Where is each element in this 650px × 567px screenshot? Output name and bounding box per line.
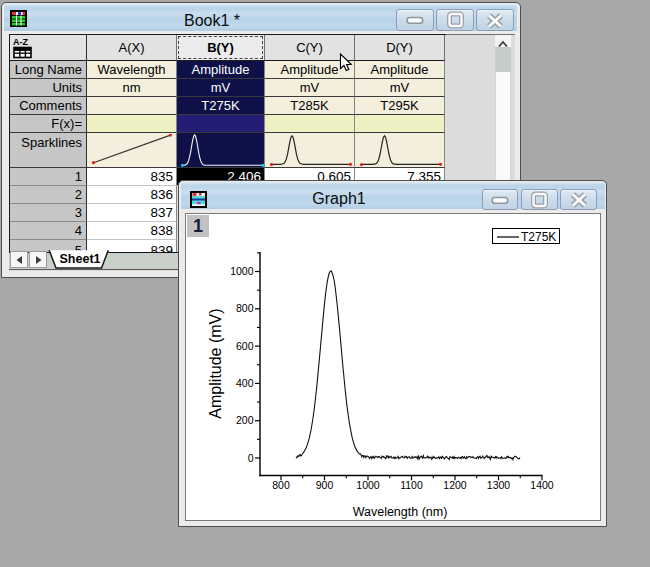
svg-text:T275K: T275K [521,230,556,243]
svg-text:1100: 1100 [400,479,423,491]
svg-text:900: 900 [316,479,334,491]
svg-text:1000: 1000 [230,265,254,277]
svg-text:Amplitude (mV): Amplitude (mV) [207,308,224,418]
svg-text:600: 600 [236,340,254,352]
svg-text:1200: 1200 [443,479,467,491]
svg-text:800: 800 [236,302,254,314]
svg-text:1000: 1000 [356,479,380,491]
svg-text:1300: 1300 [487,479,511,491]
svg-text:Wavelength (nm): Wavelength (nm) [353,505,448,519]
svg-text:A-Z: A-Z [13,37,28,47]
svg-text:1400: 1400 [530,479,554,491]
svg-text:400: 400 [236,377,254,389]
svg-text:800: 800 [272,479,290,491]
svg-text:0: 0 [248,452,254,464]
svg-text:200: 200 [236,414,254,426]
